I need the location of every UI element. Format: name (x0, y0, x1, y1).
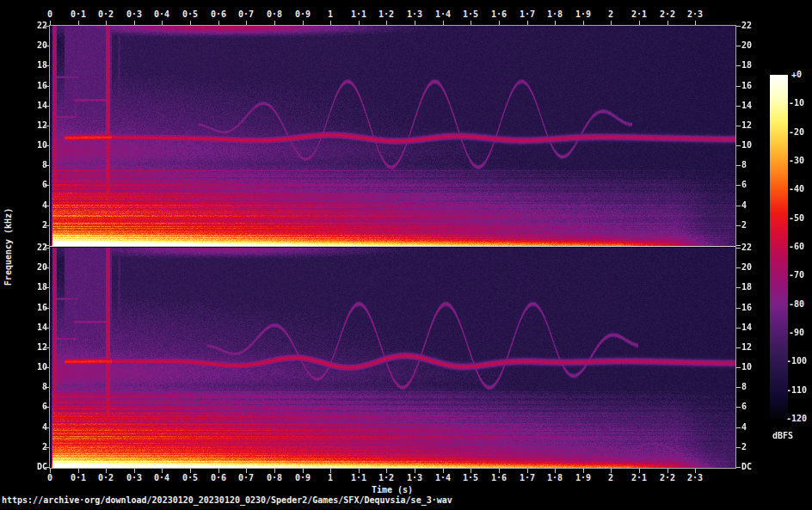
freq-tick (736, 106, 741, 107)
freq-tick-label: 8 (20, 160, 47, 170)
time-tick-label: 1·2 (378, 9, 394, 20)
freq-tick (736, 185, 741, 186)
freq-tick-label: 16 (20, 81, 47, 91)
time-tick (162, 21, 163, 25)
freq-tick-label: DC (741, 462, 752, 472)
time-tick-label: 0·2 (98, 9, 114, 20)
time-tick-label: 2·1 (631, 9, 647, 20)
freq-tick-label: 12 (20, 120, 47, 131)
time-tick-label: 2 (608, 473, 613, 483)
freq-tick (736, 347, 741, 348)
time-tick-label: 1·2 (378, 473, 394, 483)
freq-tick-label: 4 (20, 200, 47, 211)
time-tick (555, 21, 556, 25)
time-tick (499, 21, 500, 25)
freq-tick-label: 20 (741, 262, 752, 273)
time-tick-label: 1·1 (351, 9, 366, 20)
colorbar-tick-label: -20 (789, 127, 804, 138)
time-tick-label: 1·6 (491, 9, 507, 20)
time-tick (106, 21, 107, 25)
freq-tick-label: 2 (20, 220, 47, 230)
freq-tick-label: 6 (20, 180, 47, 190)
time-tick (330, 21, 331, 25)
time-tick (583, 21, 584, 25)
time-tick (303, 21, 304, 25)
y-axis-label: Frequency (kHz) (3, 208, 14, 286)
time-tick-label: 1·4 (435, 473, 451, 483)
freq-tick (736, 126, 741, 126)
time-tick (190, 21, 191, 25)
freq-tick-label: 6 (20, 402, 47, 412)
time-tick (359, 21, 360, 25)
freq-tick-label: 18 (741, 282, 752, 292)
time-tick (218, 21, 219, 25)
time-tick-label: 1·9 (575, 473, 591, 483)
time-tick-label: 1·9 (575, 9, 591, 20)
time-tick-label: 2·2 (660, 9, 675, 20)
time-tick (134, 21, 135, 25)
time-tick-label: 2·3 (687, 9, 703, 20)
colorbar-tick-label: -90 (789, 328, 804, 338)
freq-tick (736, 387, 741, 388)
time-tick-label: 2 (608, 9, 613, 20)
time-tick-label: 1·1 (351, 473, 366, 483)
freq-tick-label: 4 (20, 422, 47, 433)
time-tick-label: 0·2 (98, 473, 114, 483)
freq-tick-label: 12 (20, 342, 47, 353)
freq-tick-label: 20 (20, 262, 47, 273)
freq-tick-label: 4 (741, 422, 747, 433)
colorbar-unit-label: dBFS (772, 431, 793, 441)
time-tick (50, 21, 51, 25)
time-tick-label: 0·4 (154, 9, 169, 20)
freq-tick-label: 14 (741, 323, 752, 333)
colorbar-tick-label: -30 (789, 156, 804, 166)
time-tick-label: 1·6 (491, 473, 507, 483)
spectrogram-canvas (50, 26, 735, 468)
time-tick-label: 1·7 (520, 9, 535, 20)
time-tick-label: 0·5 (182, 9, 198, 20)
freq-tick (736, 308, 741, 309)
freq-tick (736, 86, 741, 87)
freq-tick (736, 447, 741, 448)
spectrogram-plot-area (49, 25, 736, 469)
colorbar-tick-label: -110 (786, 385, 807, 396)
freq-tick (736, 206, 741, 206)
freq-tick-label: 12 (741, 120, 752, 131)
time-tick (695, 21, 696, 25)
freq-tick (736, 267, 741, 268)
time-tick-label: 0 (47, 9, 52, 20)
freq-tick-label: 10 (20, 362, 47, 372)
freq-tick-label: 18 (741, 60, 752, 71)
time-tick-label: 1·8 (547, 473, 563, 483)
freq-tick (736, 407, 741, 408)
freq-tick (736, 65, 741, 66)
colorbar-tick-label: -50 (789, 213, 804, 224)
freq-tick (736, 287, 741, 288)
time-tick-label: 1·5 (463, 473, 478, 483)
freq-tick (736, 427, 741, 428)
colorbar-tick-label: -120 (786, 414, 807, 424)
time-tick (667, 21, 668, 25)
time-tick (386, 21, 387, 25)
colorbar-tick-label: -100 (786, 356, 807, 366)
time-tick-label: 1 (328, 473, 333, 483)
freq-tick-label: 10 (741, 140, 752, 151)
time-tick-label: 1·7 (520, 473, 535, 483)
time-tick-label: 0·8 (267, 473, 282, 483)
time-tick-label: 0·7 (238, 473, 254, 483)
time-tick-label: 2·3 (687, 473, 703, 483)
time-tick-label: 0·1 (71, 9, 86, 20)
freq-tick-label: 14 (741, 101, 752, 111)
time-tick (611, 21, 612, 25)
time-tick-label: 0·9 (295, 9, 311, 20)
time-tick-label: 0·4 (154, 473, 169, 483)
freq-tick-label: 10 (20, 140, 47, 151)
colorbar-tick-label: -70 (789, 270, 804, 280)
freq-tick-label: 22 (741, 243, 752, 253)
freq-tick (736, 46, 741, 46)
time-tick-label: 0·7 (238, 9, 254, 20)
time-tick-label: 1·8 (547, 9, 563, 20)
freq-tick (736, 367, 741, 368)
freq-tick-label: 8 (20, 382, 47, 392)
time-tick-label: 1·4 (435, 9, 451, 20)
